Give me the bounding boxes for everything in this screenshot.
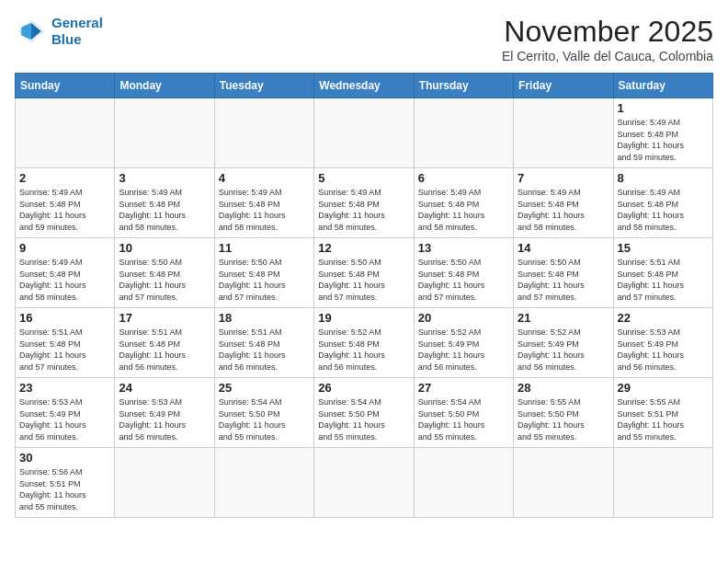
calendar-header: SundayMondayTuesdayWednesdayThursdayFrid…: [16, 74, 713, 98]
day-number: 24: [119, 381, 210, 395]
calendar-day-cell: [115, 98, 214, 168]
day-number: 6: [418, 171, 509, 185]
calendar-day-cell: 3Sunrise: 5:49 AM Sunset: 5:48 PM Daylig…: [115, 168, 214, 238]
calendar-day-cell: 14Sunrise: 5:50 AM Sunset: 5:48 PM Dayli…: [514, 238, 613, 308]
day-info: Sunrise: 5:49 AM Sunset: 5:48 PM Dayligh…: [618, 117, 709, 163]
day-number: 23: [19, 381, 110, 395]
day-info: Sunrise: 5:50 AM Sunset: 5:48 PM Dayligh…: [318, 257, 409, 303]
calendar-day-cell: 23Sunrise: 5:53 AM Sunset: 5:49 PM Dayli…: [16, 378, 115, 448]
calendar-day-cell: [314, 98, 414, 168]
day-info: Sunrise: 5:52 AM Sunset: 5:48 PM Dayligh…: [318, 327, 409, 373]
calendar-day-cell: 19Sunrise: 5:52 AM Sunset: 5:48 PM Dayli…: [314, 308, 414, 378]
day-number: 17: [119, 311, 210, 325]
day-number: 12: [318, 241, 409, 255]
calendar-day-cell: [613, 448, 712, 518]
calendar-day-cell: [514, 98, 613, 168]
calendar-week-row: 9Sunrise: 5:49 AM Sunset: 5:48 PM Daylig…: [16, 238, 713, 308]
day-number: 26: [318, 381, 409, 395]
day-number: 19: [318, 311, 409, 325]
weekday-header-wednesday: Wednesday: [314, 74, 414, 98]
calendar-day-cell: 25Sunrise: 5:54 AM Sunset: 5:50 PM Dayli…: [214, 378, 313, 448]
day-number: 21: [518, 311, 609, 325]
day-number: 11: [219, 241, 310, 255]
day-info: Sunrise: 5:54 AM Sunset: 5:50 PM Dayligh…: [219, 396, 310, 442]
calendar-week-row: 1Sunrise: 5:49 AM Sunset: 5:48 PM Daylig…: [16, 98, 713, 168]
calendar-day-cell: 27Sunrise: 5:54 AM Sunset: 5:50 PM Dayli…: [414, 378, 513, 448]
calendar-body: 1Sunrise: 5:49 AM Sunset: 5:48 PM Daylig…: [16, 98, 713, 518]
day-info: Sunrise: 5:53 AM Sunset: 5:49 PM Dayligh…: [618, 327, 709, 373]
calendar-day-cell: 15Sunrise: 5:51 AM Sunset: 5:48 PM Dayli…: [613, 238, 712, 308]
day-info: Sunrise: 5:50 AM Sunset: 5:48 PM Dayligh…: [119, 257, 210, 303]
day-info: Sunrise: 5:54 AM Sunset: 5:50 PM Dayligh…: [418, 396, 509, 442]
header: General Blue November 2025 El Cerrito, V…: [15, 15, 713, 63]
day-info: Sunrise: 5:49 AM Sunset: 5:48 PM Dayligh…: [318, 187, 409, 233]
calendar-day-cell: 7Sunrise: 5:49 AM Sunset: 5:48 PM Daylig…: [514, 168, 613, 238]
calendar-week-row: 16Sunrise: 5:51 AM Sunset: 5:48 PM Dayli…: [16, 308, 713, 378]
day-info: Sunrise: 5:49 AM Sunset: 5:48 PM Dayligh…: [418, 187, 509, 233]
weekday-header-friday: Friday: [514, 74, 613, 98]
calendar-day-cell: [16, 98, 115, 168]
calendar-day-cell: [514, 448, 613, 518]
logo-text: General Blue: [51, 15, 103, 48]
logo-icon: [15, 15, 48, 48]
day-info: Sunrise: 5:49 AM Sunset: 5:48 PM Dayligh…: [19, 187, 110, 233]
weekday-header-saturday: Saturday: [613, 74, 712, 98]
calendar-day-cell: 17Sunrise: 5:51 AM Sunset: 5:48 PM Dayli…: [115, 308, 214, 378]
day-info: Sunrise: 5:53 AM Sunset: 5:49 PM Dayligh…: [19, 396, 110, 442]
day-number: 30: [19, 451, 110, 465]
calendar-day-cell: 30Sunrise: 5:56 AM Sunset: 5:51 PM Dayli…: [16, 448, 115, 518]
day-number: 22: [618, 311, 709, 325]
day-number: 14: [518, 241, 609, 255]
calendar-day-cell: 12Sunrise: 5:50 AM Sunset: 5:48 PM Dayli…: [314, 238, 414, 308]
calendar-day-cell: 10Sunrise: 5:50 AM Sunset: 5:48 PM Dayli…: [115, 238, 214, 308]
calendar-day-cell: [414, 448, 513, 518]
calendar-week-row: 30Sunrise: 5:56 AM Sunset: 5:51 PM Dayli…: [16, 448, 713, 518]
day-number: 27: [418, 381, 509, 395]
calendar-day-cell: 8Sunrise: 5:49 AM Sunset: 5:48 PM Daylig…: [613, 168, 712, 238]
logo: General Blue: [15, 15, 103, 48]
day-number: 28: [518, 381, 609, 395]
day-info: Sunrise: 5:55 AM Sunset: 5:51 PM Dayligh…: [618, 396, 709, 442]
day-number: 3: [119, 171, 210, 185]
weekday-row: SundayMondayTuesdayWednesdayThursdayFrid…: [16, 74, 713, 98]
calendar-day-cell: 21Sunrise: 5:52 AM Sunset: 5:49 PM Dayli…: [514, 308, 613, 378]
day-number: 5: [318, 171, 409, 185]
day-info: Sunrise: 5:49 AM Sunset: 5:48 PM Dayligh…: [618, 187, 709, 233]
day-number: 15: [618, 241, 709, 255]
day-info: Sunrise: 5:51 AM Sunset: 5:48 PM Dayligh…: [19, 327, 110, 373]
calendar-week-row: 2Sunrise: 5:49 AM Sunset: 5:48 PM Daylig…: [16, 168, 713, 238]
calendar-day-cell: 9Sunrise: 5:49 AM Sunset: 5:48 PM Daylig…: [16, 238, 115, 308]
calendar-day-cell: 1Sunrise: 5:49 AM Sunset: 5:48 PM Daylig…: [613, 98, 712, 168]
calendar-week-row: 23Sunrise: 5:53 AM Sunset: 5:49 PM Dayli…: [16, 378, 713, 448]
day-info: Sunrise: 5:53 AM Sunset: 5:49 PM Dayligh…: [119, 396, 210, 442]
calendar-day-cell: 26Sunrise: 5:54 AM Sunset: 5:50 PM Dayli…: [314, 378, 414, 448]
day-number: 29: [618, 381, 709, 395]
weekday-header-thursday: Thursday: [414, 74, 513, 98]
day-info: Sunrise: 5:49 AM Sunset: 5:48 PM Dayligh…: [219, 187, 310, 233]
day-number: 16: [19, 311, 110, 325]
calendar-day-cell: 18Sunrise: 5:51 AM Sunset: 5:48 PM Dayli…: [214, 308, 313, 378]
day-info: Sunrise: 5:55 AM Sunset: 5:50 PM Dayligh…: [518, 396, 609, 442]
day-number: 20: [418, 311, 509, 325]
day-info: Sunrise: 5:51 AM Sunset: 5:48 PM Dayligh…: [119, 327, 210, 373]
page: General Blue November 2025 El Cerrito, V…: [0, 0, 728, 563]
calendar-day-cell: 20Sunrise: 5:52 AM Sunset: 5:49 PM Dayli…: [414, 308, 513, 378]
day-info: Sunrise: 5:49 AM Sunset: 5:48 PM Dayligh…: [19, 257, 110, 303]
calendar-day-cell: 4Sunrise: 5:49 AM Sunset: 5:48 PM Daylig…: [214, 168, 313, 238]
title-area: November 2025 El Cerrito, Valle del Cauc…: [502, 15, 713, 63]
day-number: 10: [119, 241, 210, 255]
day-number: 1: [618, 101, 709, 115]
month-title: November 2025: [502, 15, 713, 49]
day-number: 4: [219, 171, 310, 185]
day-number: 25: [219, 381, 310, 395]
calendar-day-cell: [115, 448, 214, 518]
day-info: Sunrise: 5:56 AM Sunset: 5:51 PM Dayligh…: [19, 466, 110, 512]
day-number: 2: [19, 171, 110, 185]
day-info: Sunrise: 5:51 AM Sunset: 5:48 PM Dayligh…: [219, 327, 310, 373]
day-number: 18: [219, 311, 310, 325]
day-info: Sunrise: 5:49 AM Sunset: 5:48 PM Dayligh…: [518, 187, 609, 233]
day-info: Sunrise: 5:50 AM Sunset: 5:48 PM Dayligh…: [518, 257, 609, 303]
calendar-day-cell: [214, 98, 313, 168]
calendar-day-cell: 28Sunrise: 5:55 AM Sunset: 5:50 PM Dayli…: [514, 378, 613, 448]
calendar-day-cell: 11Sunrise: 5:50 AM Sunset: 5:48 PM Dayli…: [214, 238, 313, 308]
